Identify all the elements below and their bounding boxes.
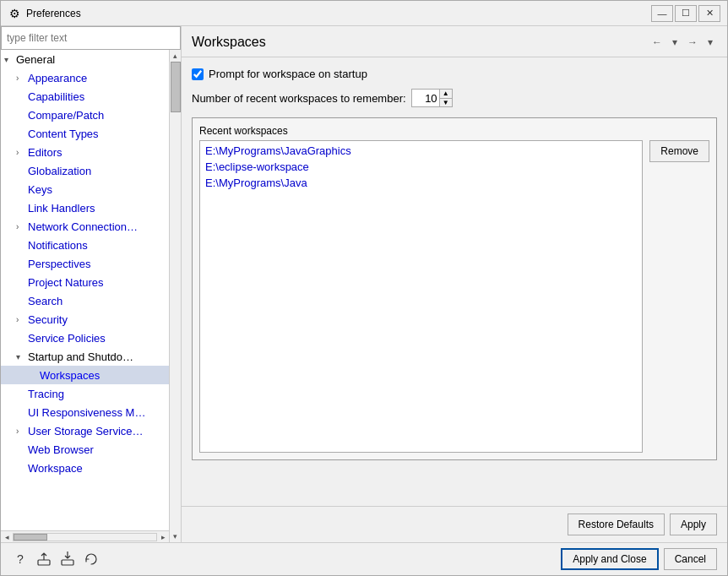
sidebar-item-compare-patch[interactable]: Compare/Patch [1,106,169,124]
sidebar-item-network-connections[interactable]: ›Network Connection… [1,217,169,236]
back-dropdown-button[interactable]: ▾ [668,33,682,52]
spinner-down-btn[interactable]: ▼ [440,98,452,106]
sidebar-item-perspectives[interactable]: Perspectives [1,254,169,273]
maximize-button[interactable]: ☐ [675,5,697,22]
workspace-list[interactable]: E:\MyPrograms\JavaGraphicsE:\eclipse-wor… [199,140,643,453]
scroll-thumb[interactable] [171,62,181,112]
h-scroll-track [13,533,157,541]
tree-arrow-startup-shutdown: ▾ [16,352,28,361]
tree-arrow-network-connections: › [16,222,28,231]
sidebar-item-link-handlers[interactable]: Link Handlers [1,198,169,217]
checkbox-row: Prompt for workspace on startup [192,68,717,80]
spinner-up-btn[interactable]: ▲ [440,90,452,98]
svg-rect-0 [38,560,50,565]
sidebar-item-notifications[interactable]: Notifications [1,236,169,254]
workspace-content-area: E:\MyPrograms\JavaGraphicsE:\eclipse-wor… [199,140,709,453]
filter-input[interactable] [1,26,181,50]
sidebar-item-content-types[interactable]: Content Types [1,124,169,143]
sidebar-item-keys[interactable]: Keys [1,180,169,198]
sidebar-main: ▾General›AppearanceCapabilitiesCompare/P… [1,50,169,542]
preferences-window: ⚙ Preferences — ☐ ✕ ▾General›AppearanceC… [0,0,728,576]
sidebar-item-user-storage[interactable]: ›User Storage Service… [1,421,169,440]
scroll-left-btn[interactable]: ◂ [1,531,13,543]
scroll-track [170,62,181,530]
tree-label-notifications: Notifications [28,239,88,252]
back-button[interactable]: ← [648,33,666,52]
close-button[interactable]: ✕ [698,5,720,22]
apply-close-button[interactable]: Apply and Close [561,548,658,570]
number-label: Number of recent workspaces to remember: [192,92,406,105]
startup-checkbox[interactable] [192,68,204,80]
forward-button[interactable]: → [683,33,702,52]
restore-defaults-button[interactable]: Restore Defaults [568,514,665,535]
spinner-container: ▲ ▼ [411,89,453,107]
cancel-button[interactable]: Cancel [664,548,717,570]
sidebar-item-startup-shutdown[interactable]: ▾Startup and Shutdo… [1,347,169,366]
sidebar-item-appearance[interactable]: ›Appearance [1,68,169,87]
vertical-scrollbar: ▴ ▾ [169,50,181,542]
footer-left: ? [11,550,101,568]
tree-label-perspectives: Perspectives [28,258,90,270]
panel-title: Workspaces [192,35,266,50]
tree-label-appearance: Appearance [28,72,87,84]
right-body: Prompt for workspace on startup Number o… [182,57,727,506]
scroll-right-btn[interactable]: ▸ [157,531,169,543]
scroll-up-btn[interactable]: ▴ [170,50,182,62]
spinner-buttons: ▲ ▼ [439,90,452,106]
tree-container[interactable]: ▾General›AppearanceCapabilitiesCompare/P… [1,50,169,530]
sidebar-item-editors[interactable]: ›Editors [1,143,169,161]
minimize-button[interactable]: — [651,5,673,22]
number-row: Number of recent workspaces to remember:… [192,89,717,107]
sidebar-item-search[interactable]: Search [1,291,169,310]
sidebar-item-service-policies[interactable]: Service Policies [1,329,169,347]
refresh-icon[interactable] [82,550,101,568]
tree-label-web-browser: Web Browser [28,443,94,456]
window-controls: — ☐ ✕ [651,5,720,22]
sidebar: ▾General›AppearanceCapabilitiesCompare/P… [1,26,182,542]
tree-label-keys: Keys [28,183,52,196]
sidebar-item-security[interactable]: ›Security [1,310,169,329]
sidebar-item-workspace[interactable]: Workspace [1,459,169,477]
tree-label-editors: Editors [28,146,62,159]
right-panel: Workspaces ← ▾ → ▾ Prompt for workspace … [182,26,727,542]
recent-workspaces-group: Recent workspaces E:\MyPrograms\JavaGrap… [192,117,717,460]
sidebar-item-tracing[interactable]: Tracing [1,384,169,403]
workspace-count-input[interactable] [412,90,439,106]
startup-checkbox-label: Prompt for workspace on startup [209,68,367,80]
tree-label-service-policies: Service Policies [28,332,106,345]
import-icon[interactable] [58,550,77,568]
sidebar-item-workspaces[interactable]: Workspaces [1,366,169,384]
sidebar-item-capabilities[interactable]: Capabilities [1,87,169,106]
help-icon[interactable]: ? [11,550,30,568]
scroll-down-btn[interactable]: ▾ [170,530,182,542]
tree-label-tracing: Tracing [28,388,64,400]
tree-label-workspaces: Workspaces [40,369,100,382]
workspace-item[interactable]: E:\MyPrograms\Java [202,175,640,191]
workspace-item[interactable]: E:\eclipse-workspace [202,159,640,175]
remove-column: Remove [649,140,709,453]
export-icon[interactable] [35,550,53,568]
footer-right: Apply and Close Cancel [561,548,717,570]
tree-label-link-handlers: Link Handlers [28,202,95,215]
tree-label-content-types: Content Types [28,128,99,140]
tree-label-compare-patch: Compare/Patch [28,109,104,122]
remove-button[interactable]: Remove [649,140,709,162]
tree-label-ui-responsiveness: UI Responsiveness M… [28,406,145,419]
tree-label-network-connections: Network Connection… [28,220,138,233]
sidebar-wrapper: ▾General›AppearanceCapabilitiesCompare/P… [1,50,181,542]
sidebar-item-ui-responsiveness[interactable]: UI Responsiveness M… [1,403,169,421]
h-scroll-thumb[interactable] [14,534,47,541]
forward-dropdown-button[interactable]: ▾ [704,33,717,52]
apply-button[interactable]: Apply [670,514,717,535]
sidebar-item-general[interactable]: ▾General [1,50,169,68]
sidebar-item-globalization[interactable]: Globalization [1,161,169,180]
sidebar-item-project-natures[interactable]: Project Natures [1,273,169,291]
sidebar-item-web-browser[interactable]: Web Browser [1,440,169,459]
recent-group-label: Recent workspaces [199,125,709,137]
workspace-item[interactable]: E:\MyPrograms\JavaGraphics [202,143,640,159]
main-content: ▾General›AppearanceCapabilitiesCompare/P… [1,26,727,542]
workspace-list-area: E:\MyPrograms\JavaGraphicsE:\eclipse-wor… [199,140,643,453]
tree-label-capabilities: Capabilities [28,90,84,103]
right-header: Workspaces ← ▾ → ▾ [182,26,727,57]
window-title: Preferences [26,8,646,19]
